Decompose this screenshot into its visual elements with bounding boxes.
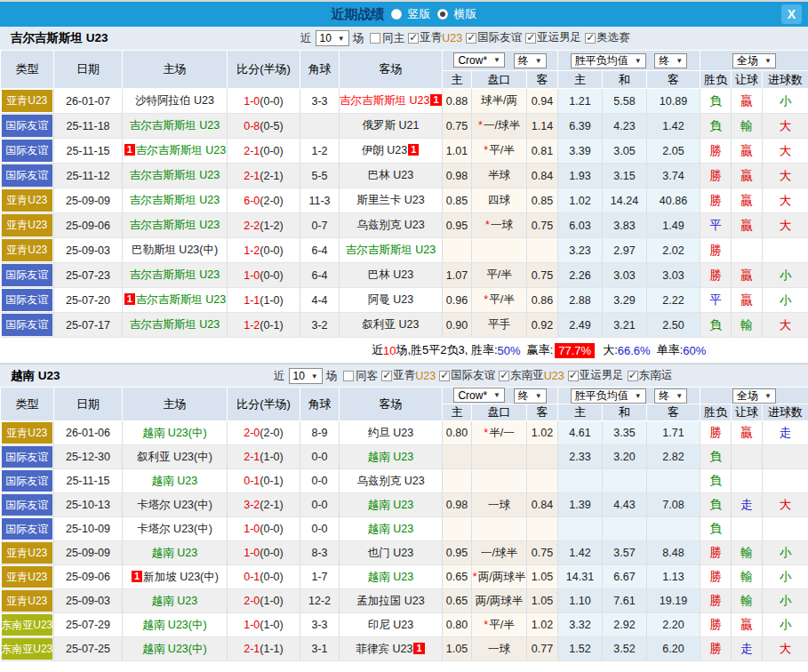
final-mean-dropdown[interactable]: 终▼ bbox=[654, 388, 687, 404]
match-type-badge: 亚青U23 bbox=[2, 542, 53, 564]
result-text: 小 bbox=[780, 94, 792, 108]
handicap-line: *两/两球半 bbox=[472, 565, 527, 589]
match-count-select[interactable]: 10▼ bbox=[289, 368, 323, 384]
home-team-name: 越南 U23 bbox=[152, 547, 197, 559]
bookmaker-dropdown[interactable]: Crow*▼ bbox=[453, 388, 505, 403]
result-outcome: 勝 bbox=[700, 589, 732, 613]
result-handicap: 贏 bbox=[732, 188, 763, 213]
bookmaker-dropdown[interactable]: Crow*▼ bbox=[453, 52, 505, 68]
home-team: 吉尔吉斯斯坦 U23 bbox=[123, 188, 228, 213]
summary-text: 赢率: bbox=[527, 342, 554, 358]
match-date: 25-10-09 bbox=[54, 517, 123, 541]
result-handicap: 贏 bbox=[732, 89, 763, 114]
match-type-cell: 亚青U23 bbox=[1, 421, 54, 445]
result-goals: 走 bbox=[763, 421, 808, 445]
league-checkbox[interactable] bbox=[525, 33, 536, 44]
league-checkbox[interactable] bbox=[381, 371, 392, 381]
league-checkbox[interactable] bbox=[585, 33, 596, 44]
mean-draw: 2.97 bbox=[603, 238, 647, 263]
title-bar: 近期战绩 竖版 横版 X bbox=[0, 2, 808, 27]
result-goals: 大 bbox=[763, 139, 808, 164]
same-venue-checkbox[interactable] bbox=[343, 371, 354, 381]
fulltime-score: 6-0 bbox=[244, 195, 260, 207]
home-team: 沙特阿拉伯 U23 bbox=[123, 89, 228, 114]
home-team: 越南 U23 bbox=[123, 469, 228, 493]
odds-home: 0.80 bbox=[443, 421, 472, 445]
league-filters: 亚青U23国际友谊东南亚U23亚运男足东南运 bbox=[378, 368, 672, 384]
same-venue-checkbox[interactable] bbox=[370, 33, 380, 44]
match-date: 25-07-25 bbox=[54, 637, 123, 661]
mean-odds-dropdown[interactable]: 胜平负均值▼ bbox=[571, 388, 646, 404]
result-text: 勝 bbox=[709, 244, 722, 257]
sub-header-mean-draw: 和 bbox=[603, 71, 647, 89]
mean-away: 2.22 bbox=[647, 288, 700, 313]
league-checkbox[interactable] bbox=[628, 371, 638, 381]
vertical-layout-radio[interactable] bbox=[391, 9, 402, 20]
mean-draw: 3.35 bbox=[603, 421, 647, 445]
match-type-badge: 亚青U23 bbox=[2, 214, 53, 236]
table-row: 国际友谊25-11-15越南 U230-1(0-1)0-0乌兹别克 U23負 bbox=[1, 469, 808, 493]
match-type-cell: 亚青U23 bbox=[1, 238, 54, 263]
league-checkbox[interactable] bbox=[408, 33, 419, 44]
team-name: 越南 U23 bbox=[11, 368, 60, 384]
final-mean-dropdown[interactable]: 终▼ bbox=[654, 53, 687, 68]
away-team: 叙利亚 U23 bbox=[340, 313, 443, 338]
home-team-name: 吉尔吉斯斯坦 U23 bbox=[130, 268, 220, 281]
mean-home: 1.10 bbox=[558, 589, 603, 613]
result-outcome: 負 bbox=[700, 313, 732, 338]
match-type-badge: 亚青U23 bbox=[2, 422, 53, 444]
league-checkbox[interactable] bbox=[499, 371, 509, 381]
fulltime-score: 2-1 bbox=[244, 451, 260, 463]
table-row: 国际友谊25-07-23吉尔吉斯斯坦 U231-0(0-0)6-4巴林 U231… bbox=[1, 263, 808, 288]
mean-away: 2.02 bbox=[647, 238, 700, 263]
mean-draw: 3.29 bbox=[603, 288, 647, 313]
match-count-select[interactable]: 10▼ bbox=[316, 30, 349, 46]
results-table: 类型 日期 主场 比分(半场) 角球 客场 Crow*▼ 终▼ 胜平负均值▼ 终… bbox=[0, 50, 808, 338]
match-type-cell: 国际友谊 bbox=[1, 164, 54, 188]
table-row: 亚青U2326-01-07沙特阿拉伯 U231-0(0-0)3-3吉尔吉斯斯坦 … bbox=[1, 89, 808, 114]
handicap-line bbox=[472, 517, 527, 541]
home-team: 1吉尔吉斯斯坦 U23 bbox=[123, 139, 228, 164]
halftime-score: (1-1) bbox=[260, 643, 283, 655]
result-goals: 大 bbox=[763, 114, 808, 139]
result-text: 勝 bbox=[709, 169, 722, 182]
match-type-badge: 亚青U23 bbox=[2, 566, 53, 588]
mean-odds-dropdown[interactable]: 胜平负均值▼ bbox=[571, 53, 646, 68]
col-header-type: 类型 bbox=[1, 51, 54, 89]
mean-home: 6.03 bbox=[558, 213, 603, 238]
horizontal-layout-radio[interactable] bbox=[437, 9, 448, 20]
mean-away: 6.20 bbox=[647, 637, 700, 661]
result-text: 大 bbox=[780, 144, 792, 157]
fullmatch-dropdown[interactable]: 全场▼ bbox=[732, 53, 776, 68]
fulltime-score: 1-0 bbox=[244, 547, 260, 559]
league-checkbox[interactable] bbox=[439, 371, 450, 381]
odds-away: 0.84 bbox=[527, 164, 558, 188]
result-text: 大 bbox=[780, 119, 792, 132]
league-checkbox[interactable] bbox=[568, 371, 579, 381]
final-odds-dropdown[interactable]: 终▼ bbox=[514, 388, 547, 404]
mean-away: 2.05 bbox=[647, 139, 700, 164]
mean-home: 1.93 bbox=[558, 164, 603, 188]
halftime-score: (0-0) bbox=[260, 244, 283, 257]
chevron-down-icon: ▼ bbox=[535, 57, 542, 65]
close-icon[interactable]: X bbox=[781, 4, 802, 24]
fullmatch-dropdown[interactable]: 全场▼ bbox=[732, 388, 776, 404]
corner-score: 1-7 bbox=[300, 565, 340, 589]
result-outcome: 負 bbox=[700, 493, 732, 517]
col-header-away: 客场 bbox=[340, 51, 443, 89]
away-team: 乌兹别克 U23 bbox=[340, 213, 443, 238]
odds-home: 0.75 bbox=[443, 114, 472, 139]
away-team: 阿曼 U23 bbox=[340, 288, 443, 313]
home-team-name: 吉尔吉斯斯坦 U23 bbox=[130, 169, 220, 181]
match-date: 25-09-06 bbox=[54, 565, 123, 589]
mean-draw: 3.52 bbox=[603, 637, 647, 661]
match-type-badge: 东南亚U23 bbox=[2, 614, 53, 636]
corner-score: 6-4 bbox=[300, 238, 340, 263]
handicap-line: 一球 bbox=[472, 637, 527, 661]
result-outcome: 負 bbox=[700, 445, 732, 469]
league-checkbox[interactable] bbox=[466, 33, 476, 44]
red-card-badge: 1 bbox=[124, 144, 135, 156]
match-type-badge: 国际友谊 bbox=[2, 518, 53, 540]
corner-score: 3-3 bbox=[300, 89, 340, 114]
final-odds-dropdown[interactable]: 终▼ bbox=[514, 53, 547, 68]
